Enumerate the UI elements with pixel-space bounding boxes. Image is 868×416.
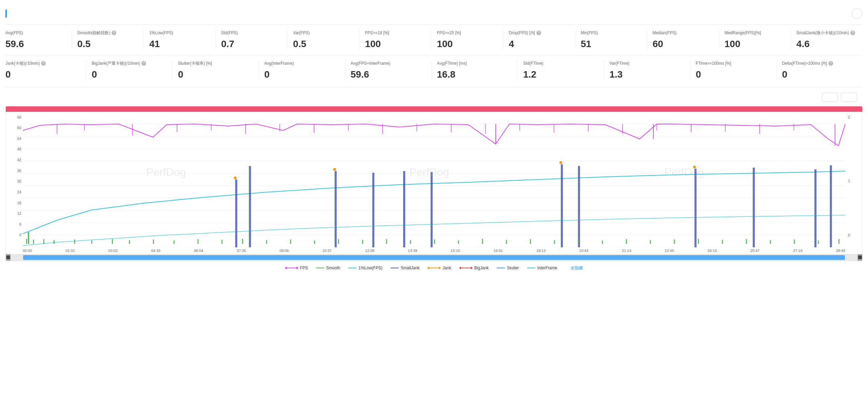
svg-rect-79 xyxy=(578,240,579,244)
stat-item-0: Avg(FPS) 59.6 xyxy=(5,30,72,49)
stat-item-r2-6: Std(FTime) 1.2 xyxy=(518,61,604,80)
legend-item-bigjank: BigJank xyxy=(459,266,489,270)
stat-label-r2-3: Avg(InterFrame) xyxy=(264,61,340,66)
stat-item-r2-0: Jank(卡顿)(/10min) ? 0 xyxy=(5,61,86,80)
stat-item-r2-2: Stutter(卡顿率) [%] 0 xyxy=(173,61,259,80)
help-icon-r2-0[interactable]: ? xyxy=(41,61,46,66)
help-icon-r2-9[interactable]: ? xyxy=(828,61,833,66)
stat-label-5: FPS>=18 [%] xyxy=(365,30,426,36)
fps-threshold-input-25[interactable] xyxy=(841,92,857,102)
svg-rect-37 xyxy=(235,180,237,247)
legend-label-4: Jank xyxy=(442,266,451,270)
chart-header xyxy=(5,92,863,102)
x-axis-label: 15:10 xyxy=(451,249,460,253)
svg-rect-42 xyxy=(431,172,433,247)
svg-rect-48 xyxy=(830,165,832,247)
svg-rect-75 xyxy=(482,239,483,244)
svg-rect-86 xyxy=(746,239,747,244)
stat-label-9: Median(FPS) xyxy=(653,30,713,36)
help-icon-11[interactable]: ? xyxy=(850,30,855,35)
svg-rect-78 xyxy=(554,240,555,244)
fps-header xyxy=(5,5,863,25)
svg-rect-69 xyxy=(338,239,339,244)
help-icon-7[interactable]: ? xyxy=(536,30,541,35)
svg-rect-74 xyxy=(458,241,459,244)
legend-item-jank: Jank xyxy=(428,266,451,270)
stat-label-r2-8: FTime>=100ms [%] xyxy=(696,61,771,66)
stat-item-7: Drop(FPS) [/h] ? 4 xyxy=(504,30,575,49)
hide-all-button[interactable]: 全隐藏 xyxy=(571,265,583,271)
legend-item-1-low-fps-: 1%Low(FPS) xyxy=(348,266,382,270)
stat-label-8: Min(FPS) xyxy=(581,30,642,36)
legend-item-interframe: InterFrame xyxy=(527,266,557,270)
svg-rect-38 xyxy=(249,166,251,247)
x-axis-label: 25:47 xyxy=(750,249,760,253)
svg-rect-84 xyxy=(698,239,699,244)
svg-rect-73 xyxy=(434,240,435,244)
y-axis-right: 2 1 0 Jank xyxy=(845,112,862,247)
stat-value-r2-6: 1.2 xyxy=(523,69,598,80)
stat-item-1: Smooth(稳帧指数) ? 0.5 xyxy=(72,30,144,49)
stat-value-0: 59.6 xyxy=(5,39,66,49)
svg-rect-61 xyxy=(153,240,154,244)
scrollbar-thumb[interactable] xyxy=(23,255,845,260)
scroll-handle-right[interactable]: ⬛ xyxy=(857,254,862,261)
svg-rect-90 xyxy=(839,239,840,244)
help-icon-r2-1[interactable]: ? xyxy=(141,61,146,66)
svg-rect-65 xyxy=(242,239,243,244)
chart-section: 6660544842363024181260 PerfDog PerfDog P… xyxy=(5,92,863,274)
svg-rect-91 xyxy=(28,232,29,244)
stat-item-r2-1: BigJank(严重卡顿)(/10min) ? 0 xyxy=(86,61,173,80)
x-axis-label: 04:33 xyxy=(151,249,161,253)
y-axis-left: 6660544842363024181260 xyxy=(6,112,23,247)
svg-rect-70 xyxy=(362,240,363,244)
svg-rect-46 xyxy=(753,168,755,247)
collapse-button[interactable] xyxy=(852,8,863,19)
legend-item-stutter: Stutter xyxy=(497,266,519,270)
x-axis: 00:0001:3103:0204:3306:0407:3509:0610:37… xyxy=(6,247,862,254)
svg-rect-87 xyxy=(770,240,771,244)
svg-rect-88 xyxy=(794,240,795,244)
svg-rect-85 xyxy=(722,240,723,244)
stat-item-8: Min(FPS) 51 xyxy=(575,30,647,49)
legend-label-6: Stutter xyxy=(507,266,519,270)
svg-rect-56 xyxy=(54,240,55,244)
svg-rect-55 xyxy=(43,239,44,244)
stat-label-0: Avg(FPS) xyxy=(5,30,66,36)
scrollbar-area[interactable]: ⬛ ⬛ xyxy=(6,254,862,261)
stat-item-3: Std(FPS) 0.7 xyxy=(216,30,288,49)
stat-value-r2-9: 0 xyxy=(782,69,857,80)
stat-label-r2-9: Delta(FTime)>100ms [/h] ? xyxy=(782,61,857,66)
stat-label-r2-4: Avg(FPS+InterFrame) xyxy=(351,61,426,66)
legend-label-2: 1%Low(FPS) xyxy=(358,266,382,270)
stat-label-r2-1: BigJank(严重卡顿)(/10min) ? xyxy=(92,61,167,66)
legend-label-0: FPS xyxy=(300,266,308,270)
stat-value-10: 100 xyxy=(725,39,785,49)
help-icon-1[interactable]: ? xyxy=(112,30,116,35)
stat-item-r2-3: Avg(InterFrame) 0 xyxy=(259,61,346,80)
x-axis-label: 22:45 xyxy=(665,249,674,253)
svg-point-49 xyxy=(234,176,237,179)
x-axis-label: 09:06 xyxy=(279,249,289,253)
stat-label-6: FPS>=25 [%] xyxy=(437,30,497,36)
stat-item-5: FPS>=18 [%] 100 xyxy=(359,30,431,49)
svg-rect-82 xyxy=(650,240,651,244)
scroll-handle-left[interactable]: ⬛ xyxy=(6,254,11,261)
x-axis-label: 00:00 xyxy=(23,249,32,253)
chart-svg xyxy=(23,112,845,247)
x-axis-label: 28:49 xyxy=(836,249,845,253)
fps-threshold-input-18[interactable] xyxy=(822,92,838,102)
stat-value-3: 0.7 xyxy=(221,39,282,49)
x-axis-label: 24:16 xyxy=(708,249,717,253)
chart-area: 6660544842363024181260 PerfDog PerfDog P… xyxy=(6,112,862,247)
fps-threshold-controls xyxy=(819,92,863,102)
x-axis-label: 27:18 xyxy=(793,249,803,253)
svg-rect-59 xyxy=(112,239,113,244)
x-axis-label: 12:08 xyxy=(365,249,375,253)
x-axis-label: 10:37 xyxy=(322,249,332,253)
svg-rect-39 xyxy=(335,171,337,247)
svg-rect-54 xyxy=(33,240,34,244)
legend-item-fps: FPS xyxy=(285,266,308,270)
stat-label-r2-5: Avg(FTime) [ms] xyxy=(437,61,512,66)
svg-rect-89 xyxy=(818,241,819,244)
